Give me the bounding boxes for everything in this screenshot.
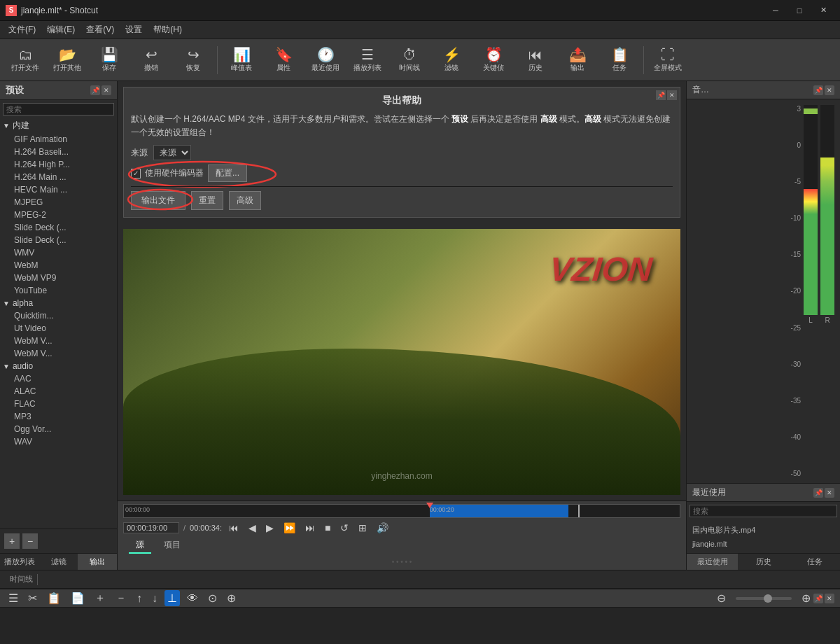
tree-item-aac[interactable]: AAC: [0, 372, 117, 385]
minimize-button[interactable]: ─: [764, 2, 787, 19]
tl-down-button[interactable]: ↓: [149, 591, 160, 606]
tl-menu-button[interactable]: ☰: [6, 590, 21, 606]
tree-item-webmv2[interactable]: WebM V...: [0, 347, 117, 360]
timeline-scrubber[interactable]: 00:00:00 00:00:20: [123, 504, 680, 518]
tab-playlist[interactable]: 播放列表: [0, 554, 39, 570]
tab-recent[interactable]: 最近使用: [687, 554, 738, 570]
tl-up-button[interactable]: ↑: [134, 591, 145, 606]
toolbar-peak-meter[interactable]: 📊 峰值表: [222, 42, 261, 78]
timeline-content[interactable]: [0, 608, 840, 644]
tree-item-quicktime[interactable]: Quicktim...: [0, 309, 117, 322]
tree-item-webmvp9[interactable]: WebM VP9: [0, 272, 117, 284]
tree-item-webmv1[interactable]: WebM V...: [0, 335, 117, 347]
tree-item-flac[interactable]: FLAC: [0, 398, 117, 410]
dialog-close[interactable]: ✕: [667, 90, 677, 100]
tree-group-alpha[interactable]: ▼ alpha: [0, 297, 117, 309]
tl-copy-button[interactable]: 📋: [44, 590, 64, 606]
recent-ctrl-close[interactable]: ✕: [825, 488, 834, 498]
tree-item-slide1[interactable]: Slide Deck (...: [0, 221, 117, 234]
toolbar-fullscreen[interactable]: ⛶ 全屏模式: [648, 42, 687, 78]
remove-preset-button[interactable]: −: [22, 533, 38, 549]
menu-help[interactable]: 帮助(H): [148, 22, 188, 37]
toolbar-redo[interactable]: ↪ 恢复: [174, 42, 213, 78]
tl-zoom-in-button[interactable]: ⊕: [799, 590, 813, 606]
tree-item-youtube[interactable]: YouTube: [0, 284, 117, 297]
tl-snap-button[interactable]: 👁: [184, 591, 201, 606]
recent-ctrl-pin[interactable]: 📌: [813, 488, 823, 498]
toolbar-timeline[interactable]: ⏱ 时间线: [390, 42, 429, 78]
tab-output[interactable]: 输出: [78, 554, 117, 570]
toolbar-recent[interactable]: 🕐 最近使用: [306, 42, 345, 78]
tree-item-webm[interactable]: WebM: [0, 259, 117, 272]
tl-cut-button[interactable]: ✂: [25, 590, 40, 606]
tree-item-h264-base[interactable]: H.264 Baseli...: [0, 146, 117, 158]
skip-to-start-button[interactable]: ⏮: [226, 521, 241, 535]
tab-project[interactable]: 项目: [157, 538, 188, 554]
timeline-ctrl-pin[interactable]: 📌: [813, 594, 823, 603]
toolbar-save[interactable]: 💾 保存: [90, 42, 129, 78]
tl-paste-button[interactable]: 📄: [68, 590, 88, 606]
panel-ctrl-pin[interactable]: 📌: [90, 85, 100, 95]
toolbar-filter[interactable]: ⚡ 滤镜: [432, 42, 471, 78]
audio-ctrl-close[interactable]: ✕: [825, 85, 834, 95]
toolbar-tasks[interactable]: 📋 任务: [600, 42, 639, 78]
skip-to-end-button[interactable]: ⏭: [302, 521, 318, 535]
menu-edit[interactable]: 编辑(E): [41, 22, 80, 37]
tree-item-h264-high[interactable]: H.264 High P...: [0, 158, 117, 171]
audio-toggle-button[interactable]: 🔊: [374, 521, 391, 535]
hw-encode-checkbox[interactable]: ✓: [131, 169, 141, 178]
tree-item-h264-main[interactable]: H.264 Main ...: [0, 171, 117, 183]
advanced-button[interactable]: 高级: [229, 191, 261, 210]
toolbar-keyframe[interactable]: ⏰ 关键侦: [474, 42, 513, 78]
menu-view[interactable]: 查看(V): [80, 22, 120, 37]
toolbar-open-file[interactable]: 🗂 打开文件: [6, 42, 45, 78]
tree-item-wmv[interactable]: WMV: [0, 246, 117, 259]
prev-frame-button[interactable]: ◀: [246, 521, 259, 535]
toolbar-playlist[interactable]: ☰ 播放列表: [348, 42, 387, 78]
toolbar-history[interactable]: ⏮ 历史: [516, 42, 555, 78]
maximize-button[interactable]: □: [788, 2, 811, 19]
toolbar-properties[interactable]: 🔖 属性: [264, 42, 303, 78]
add-preset-button[interactable]: +: [4, 533, 20, 549]
recent-item-0[interactable]: 国内电影片头.mp4: [690, 523, 837, 538]
tree-group-builtin[interactable]: ▼ 内建: [0, 118, 117, 133]
audio-ctrl-pin[interactable]: 📌: [813, 85, 823, 95]
reset-button[interactable]: 重置: [191, 191, 223, 210]
tl-add-button[interactable]: ＋: [92, 589, 108, 607]
tl-ripple-button[interactable]: ⊙: [205, 590, 220, 606]
tree-item-utvideo[interactable]: Ut Video: [0, 322, 117, 335]
play-button[interactable]: ▶: [263, 521, 276, 535]
tab-tasks[interactable]: 任务: [789, 554, 840, 570]
close-button[interactable]: ✕: [812, 2, 834, 19]
loop-button[interactable]: ↺: [337, 521, 351, 535]
grid-button[interactable]: ⊞: [356, 521, 370, 535]
tl-split-button[interactable]: ⊥: [164, 590, 180, 606]
tree-item-mpeg2[interactable]: MPEG-2: [0, 209, 117, 221]
panel-ctrl-close[interactable]: ✕: [102, 85, 111, 95]
tree-group-audio[interactable]: ▼ audio: [0, 360, 117, 372]
tl-loop-button[interactable]: ⊕: [224, 590, 239, 606]
tab-source[interactable]: 源: [129, 538, 151, 554]
tree-item-gif[interactable]: GIF Animation: [0, 133, 117, 146]
tree-item-alac[interactable]: ALAC: [0, 385, 117, 398]
timeline-ctrl-close[interactable]: ✕: [825, 594, 834, 603]
source-select[interactable]: 来源: [153, 145, 191, 160]
dialog-pin[interactable]: 📌: [656, 90, 666, 100]
tl-remove-button[interactable]: －: [113, 589, 130, 607]
recent-search-input[interactable]: [690, 505, 837, 517]
recent-item-1[interactable]: jianqie.mlt: [690, 538, 837, 550]
tree-item-slide2[interactable]: Slide Deck (...: [0, 234, 117, 246]
tab-filter[interactable]: 滤镜: [39, 554, 78, 570]
stop-button[interactable]: ■: [322, 521, 333, 535]
tree-item-wav[interactable]: WAV: [0, 435, 117, 448]
tree-item-mp3[interactable]: MP3: [0, 410, 117, 423]
export-file-button[interactable]: 输出文件: [131, 191, 186, 210]
time-input[interactable]: [123, 522, 179, 533]
preset-search-input[interactable]: [3, 103, 114, 115]
config-button[interactable]: 配置...: [208, 164, 247, 182]
tree-item-hevc[interactable]: HEVC Main ...: [0, 183, 117, 196]
menu-settings[interactable]: 设置: [120, 22, 148, 37]
tree-item-ogg[interactable]: Ogg Vor...: [0, 423, 117, 435]
toolbar-undo[interactable]: ↩ 撤销: [132, 42, 171, 78]
fast-forward-button[interactable]: ⏩: [281, 521, 298, 535]
